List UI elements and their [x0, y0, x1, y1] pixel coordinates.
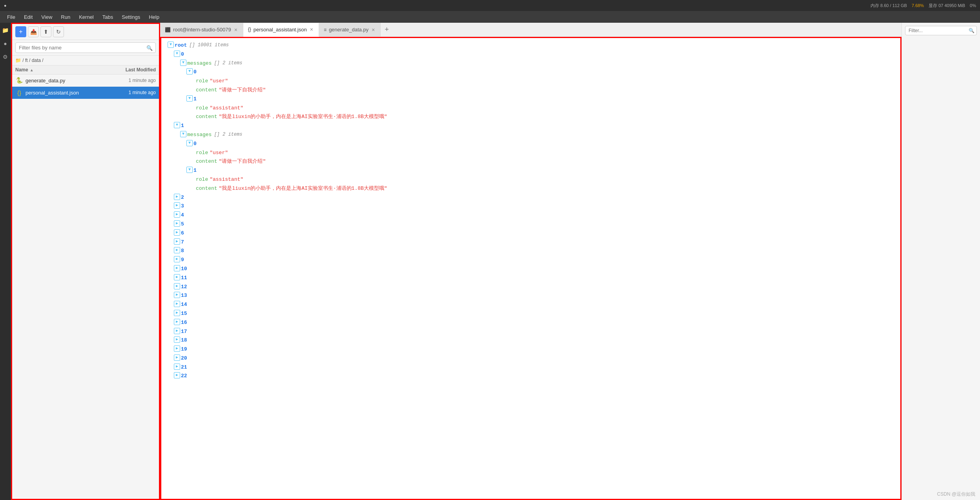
sidebar-icon-extensions[interactable]: ⚙ — [1, 53, 10, 61]
tab-py[interactable]: ≡ generate_data.py × — [319, 23, 381, 36]
expand-item-18[interactable]: ▶ — [174, 336, 180, 343]
json-role1-line: role "assistant" — [168, 104, 894, 113]
role0b-val: "user" — [210, 149, 228, 157]
json-item-17-line: ▶17 — [168, 327, 894, 336]
menu-kernel[interactable]: Kernel — [75, 13, 98, 22]
expand-messages[interactable]: ▼ — [180, 60, 186, 66]
json-content1b-line: content "我是liuxin的小助手，内在是上海AI实验室书生·浦语的1.… — [168, 184, 894, 193]
tab-json-close[interactable]: × — [309, 26, 314, 33]
expand-item-14[interactable]: ▶ — [174, 301, 180, 307]
item0-key: 0 — [181, 51, 184, 59]
messages-key: messages — [187, 60, 212, 68]
expand-item0[interactable]: ▼ — [174, 51, 180, 57]
tab-py-close[interactable]: × — [371, 26, 376, 33]
expand-item-4[interactable]: ▶ — [174, 211, 180, 218]
msg0b-key: 0 — [193, 140, 197, 148]
search-icon: 🔍 — [146, 45, 153, 51]
json-msg1b-line: ▼ 1 — [168, 166, 894, 175]
file-modified-json: 1 minute ago — [109, 90, 156, 95]
new-item-button[interactable]: + — [15, 26, 26, 37]
expand-messages2[interactable]: ▼ — [180, 131, 186, 137]
expand-item-16[interactable]: ▶ — [174, 319, 180, 325]
expand-msg0[interactable]: ▼ — [186, 68, 193, 75]
messages-meta: [] 2 items — [214, 60, 242, 67]
msg1-key: 1 — [193, 95, 197, 104]
menu-settings[interactable]: Settings — [118, 13, 144, 22]
expand-item-3[interactable]: ▶ — [174, 202, 180, 209]
menu-view[interactable]: View — [37, 13, 56, 22]
col-modified-header[interactable]: Last Modified — [109, 67, 156, 73]
col-name-header[interactable]: Name ▲ — [15, 67, 109, 73]
expand-item1[interactable]: ▼ — [174, 122, 180, 128]
icon-sidebar: 📁 ● ⚙ — [0, 23, 11, 500]
expand-item-17[interactable]: ▶ — [174, 328, 180, 334]
expand-item-7[interactable]: ▶ — [174, 238, 180, 245]
expand-item-19[interactable]: ▶ — [174, 345, 180, 352]
right-filter-input[interactable] — [905, 26, 977, 35]
expand-item-10[interactable]: ▶ — [174, 265, 180, 271]
menu-tabs[interactable]: Tabs — [99, 13, 117, 22]
menu-help[interactable]: Help — [145, 13, 163, 22]
json-msg0b-line: ▼ 0 — [168, 140, 894, 149]
refresh-button[interactable]: ↻ — [53, 26, 64, 37]
download-button[interactable]: ⬆ — [40, 26, 51, 37]
expand-item-6[interactable]: ▶ — [174, 229, 180, 236]
expand-item-12[interactable]: ▶ — [174, 283, 180, 289]
file-item-py[interactable]: 🐍 generate_data.py 1 minute ago — [12, 75, 159, 87]
menu-run[interactable]: Run — [57, 13, 74, 22]
file-item-json[interactable]: {} personal_assistant.json 1 minute ago — [12, 87, 159, 99]
right-filter-wrap: 🔍 — [905, 26, 977, 35]
expand-item-2[interactable]: ▶ — [174, 194, 180, 200]
item-17-key: 17 — [181, 328, 187, 336]
expand-item-8[interactable]: ▶ — [174, 247, 180, 253]
expand-msg0b[interactable]: ▼ — [186, 140, 193, 146]
content1-key: content — [196, 113, 217, 121]
role0-val: "user" — [210, 77, 228, 85]
expand-item-5[interactable]: ▶ — [174, 220, 180, 227]
json-file-icon: {} — [15, 89, 23, 96]
json-root-line: ▼ root [] 10001 items — [168, 41, 894, 50]
sidebar-icon-folder[interactable]: 📁 — [1, 26, 10, 35]
upload-button[interactable]: 📤 — [28, 26, 39, 37]
memory-pct: 7.68% — [912, 3, 924, 8]
filter-input-wrap: 🔍 — [12, 40, 159, 56]
json-msg1-line: ▼ 1 — [168, 95, 894, 104]
item-8-key: 8 — [181, 247, 184, 255]
item-11-key: 11 — [181, 274, 187, 282]
item-21-key: 21 — [181, 364, 187, 372]
expand-msg1[interactable]: ▼ — [186, 95, 193, 102]
tab-root-close[interactable]: × — [234, 26, 238, 33]
filter-input[interactable] — [15, 42, 156, 53]
root-meta: [] 10001 items — [189, 42, 229, 49]
expand-item-13[interactable]: ▶ — [174, 292, 180, 298]
expand-item-20[interactable]: ▶ — [174, 355, 180, 361]
storage-info: 显存 07 40950 MiB — [929, 3, 965, 9]
expand-msg1b[interactable]: ▼ — [186, 167, 193, 173]
expand-item-21[interactable]: ▶ — [174, 364, 180, 370]
expand-item-11[interactable]: ▶ — [174, 274, 180, 280]
folder-icon: 📁 — [15, 58, 21, 63]
expand-item-9[interactable]: ▶ — [174, 256, 180, 262]
expand-root[interactable]: ▼ — [168, 42, 174, 48]
json-item-19-line: ▶19 — [168, 345, 894, 354]
storage-pct: 0% — [970, 3, 976, 8]
json-item-3-line: ▶3 — [168, 202, 894, 211]
expand-item-15[interactable]: ▶ — [174, 310, 180, 316]
role0b-key: role — [196, 149, 208, 157]
json-item-7-line: ▶7 — [168, 238, 894, 247]
content0-val: "请做一下自我介绍" — [219, 86, 266, 95]
menu-edit[interactable]: Edit — [20, 13, 36, 22]
role1-val: "assistant" — [210, 104, 243, 113]
json-item-4-line: ▶4 — [168, 211, 894, 220]
json-item-14-line: ▶14 — [168, 300, 894, 309]
expand-item-22[interactable]: ▶ — [174, 372, 180, 378]
tab-json[interactable]: {} personal_assistant.json × — [243, 23, 319, 37]
tab-root[interactable]: ⬛ root@intern-studio-50079 × — [160, 23, 243, 36]
json-item-21-line: ▶21 — [168, 363, 894, 372]
menu-file[interactable]: File — [3, 13, 19, 22]
tab-add-button[interactable]: + — [381, 25, 393, 34]
json-messages2-line: ▼ messages [] 2 items — [168, 131, 894, 140]
role0-key: role — [196, 77, 208, 85]
right-panel: 🔍 — [902, 23, 980, 500]
sidebar-icon-circle[interactable]: ● — [1, 39, 10, 48]
